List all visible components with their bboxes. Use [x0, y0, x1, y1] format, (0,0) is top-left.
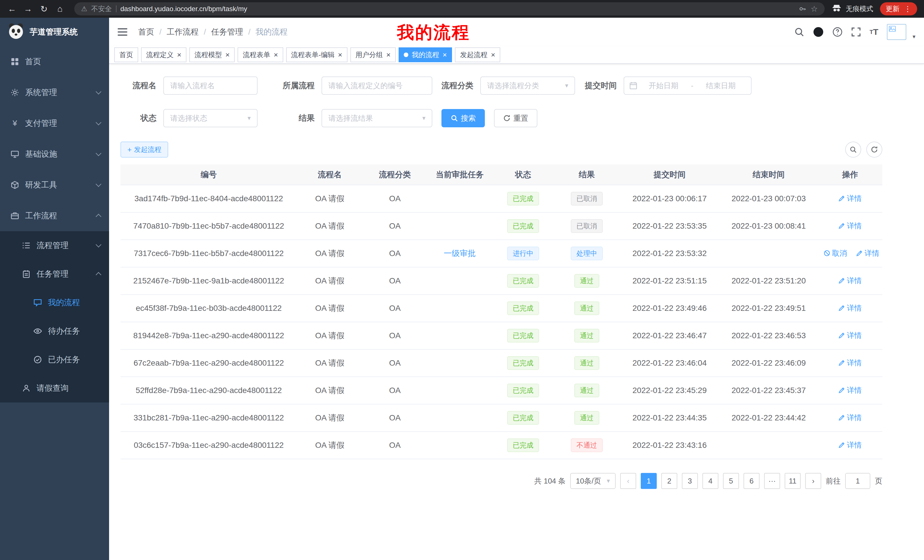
cell-process-category: OA [363, 267, 427, 295]
browser-home-icon[interactable]: ⌂ [52, 1, 68, 16]
next-page-button[interactable]: › [805, 473, 821, 489]
detail-action[interactable]: 详情 [838, 221, 862, 231]
caret-down-icon: ▾ [607, 477, 610, 485]
tab-process-definition[interactable]: 流程定义× [141, 47, 186, 62]
sidebar-item-todo-tasks[interactable]: 待办任务 [0, 317, 109, 345]
select-placeholder: 请选择流程分类 [487, 81, 539, 91]
bookmark-star-icon[interactable]: ☆ [811, 4, 818, 14]
sidebar-item-process-management[interactable]: 流程管理 [0, 231, 109, 260]
cell-actions: 取消 详情 [818, 240, 882, 267]
page-number-button[interactable]: 1 [641, 473, 657, 489]
tab-my-process[interactable]: 我的流程× [399, 47, 452, 62]
sidebar-item-home[interactable]: 首页 [0, 46, 109, 77]
github-icon[interactable] [813, 27, 824, 37]
page-size-select[interactable]: 10条/页▾ [570, 473, 616, 489]
breadcrumb-item[interactable]: 任务管理 [211, 27, 243, 37]
page-number-button[interactable]: 4 [702, 473, 718, 489]
forward-icon[interactable]: → [21, 1, 35, 16]
sidebar-item-my-process[interactable]: 我的流程 [0, 288, 109, 317]
detail-action[interactable]: 详情 [838, 385, 862, 395]
page-number-button[interactable]: 11 [784, 473, 801, 489]
sidebar-item-label: 系统管理 [25, 87, 57, 98]
sidebar-item-system[interactable]: 系统管理 [0, 77, 109, 108]
detail-action[interactable]: 详情 [838, 303, 862, 313]
tab-start-process[interactable]: 发起流程× [455, 47, 500, 62]
url-text[interactable]: dashboard.yudao.iocoder.cn/bpm/task/my [120, 5, 247, 13]
detail-action[interactable]: 详情 [838, 276, 862, 286]
submit-time-range-picker[interactable]: 开始日期 - 结束日期 [624, 76, 752, 95]
close-tab-icon[interactable]: × [338, 51, 342, 58]
cell-submit-time: 2022-01-23 00:06:17 [620, 185, 720, 213]
browser-menu-icon[interactable]: ⋮ [904, 4, 911, 13]
close-tab-icon[interactable]: × [491, 51, 495, 58]
detail-action[interactable]: 详情 [838, 413, 862, 423]
refresh-table-button[interactable] [866, 142, 882, 157]
sidebar-item-workflow[interactable]: 工作流程 [0, 201, 109, 231]
start-process-button[interactable]: + 发起流程 [120, 142, 168, 157]
close-tab-icon[interactable]: × [442, 51, 447, 58]
tab-process-form[interactable]: 流程表单× [238, 47, 283, 62]
detail-action[interactable]: 详情 [856, 248, 879, 258]
search-icon[interactable] [794, 27, 804, 37]
font-size-icon[interactable]: TT [870, 27, 878, 37]
tab-home[interactable]: 首页 [114, 47, 138, 62]
update-button[interactable]: 更新 ⋮ [880, 2, 917, 15]
toggle-search-button[interactable] [845, 142, 861, 157]
caret-down-icon[interactable]: ▾ [913, 33, 915, 40]
sidebar-item-payment[interactable]: ¥ 支付管理 [0, 108, 109, 139]
close-tab-icon[interactable]: × [225, 51, 230, 58]
reload-icon[interactable]: ↻ [36, 1, 51, 16]
tab-user-group[interactable]: 用户分组× [350, 47, 396, 62]
process-name-input[interactable]: 请输入流程名 [164, 76, 258, 95]
prev-page-button[interactable]: ‹ [620, 473, 636, 489]
result-select[interactable]: 请选择流结果▾ [321, 109, 432, 127]
cancel-action[interactable]: 取消 [824, 248, 847, 258]
tab-process-model[interactable]: 流程模型× [189, 47, 235, 62]
cell-end-time: 2022-01-22 23:49:51 [720, 295, 818, 322]
edit-icon [856, 250, 863, 257]
page-number-button[interactable]: 3 [682, 473, 698, 489]
result-badge: 处理中 [571, 247, 603, 260]
avatar[interactable] [887, 24, 906, 40]
close-tab-icon[interactable]: × [273, 51, 278, 58]
detail-action[interactable]: 详情 [838, 331, 862, 340]
password-key-icon[interactable] [799, 5, 807, 13]
page-number-button[interactable]: 5 [723, 473, 739, 489]
hamburger-icon[interactable] [118, 28, 128, 36]
sidebar-item-done-tasks[interactable]: 已办任务 [0, 345, 109, 374]
detail-action[interactable]: 详情 [838, 193, 862, 204]
goto-page-input[interactable]: 1 [845, 473, 870, 489]
page-number-button[interactable]: 6 [744, 473, 759, 489]
process-definition-input[interactable]: 请输入流程定义的编号 [321, 76, 432, 95]
detail-action[interactable]: 详情 [838, 440, 862, 450]
reset-button[interactable]: 重置 [494, 109, 537, 127]
breadcrumb-item[interactable]: 首页 [138, 27, 154, 37]
sidebar-item-task-management[interactable]: 任务管理 [0, 260, 109, 288]
app-logo-row[interactable]: 芋道管理系统 [0, 18, 109, 46]
back-icon[interactable]: ← [4, 1, 20, 16]
more-pages-button[interactable]: ··· [764, 473, 780, 489]
sidebar-item-infrastructure[interactable]: 基础设施 [0, 139, 109, 169]
fullscreen-icon[interactable] [851, 27, 861, 37]
detail-action[interactable]: 详情 [838, 358, 862, 368]
help-icon[interactable] [832, 27, 843, 37]
close-tab-icon[interactable]: × [386, 51, 391, 58]
security-warning-label[interactable]: 不安全 [92, 4, 112, 13]
current-task-link[interactable]: 一级审批 [444, 249, 476, 258]
sidebar-item-devtools[interactable]: 研发工具 [0, 169, 109, 201]
close-tab-icon[interactable]: × [177, 51, 182, 58]
tab-process-form-edit[interactable]: 流程表单-编辑× [286, 47, 348, 62]
category-select[interactable]: 请选择流程分类▾ [480, 76, 575, 95]
date-start-placeholder[interactable]: 开始日期 [639, 81, 689, 91]
search-button[interactable]: 搜索 [441, 109, 485, 127]
input-placeholder: 请输入流程定义的编号 [328, 81, 403, 91]
address-bar[interactable]: ⚠ 不安全 dashboard.yudao.iocoder.cn/bpm/tas… [74, 2, 825, 15]
sidebar: 芋道管理系统 首页 系统管理 ¥ 支付管理 [0, 18, 109, 560]
cell-process-id: 03c6c157-7b9a-11ec-a290-acde48001122 [120, 431, 297, 459]
result-badge: 已取消 [571, 192, 603, 205]
breadcrumb-item[interactable]: 工作流程 [167, 27, 199, 37]
status-select[interactable]: 请选择状态▾ [164, 109, 258, 127]
date-end-placeholder[interactable]: 结束日期 [696, 81, 746, 91]
sidebar-item-leave-query[interactable]: 请假查询 [0, 374, 109, 403]
page-number-button[interactable]: 2 [661, 473, 677, 489]
